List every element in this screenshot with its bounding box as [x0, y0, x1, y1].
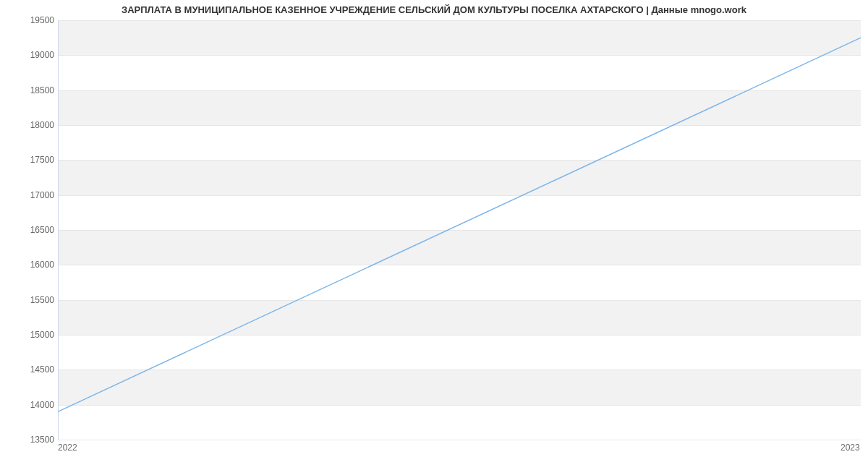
y-tick-label: 14500 — [4, 364, 54, 375]
y-tick-label: 19000 — [4, 50, 54, 60]
y-tick-label: 15500 — [4, 295, 54, 305]
y-tick-label: 14000 — [4, 400, 54, 410]
y-tick-label: 18000 — [4, 120, 54, 130]
x-tick-label: 2023 — [841, 443, 860, 453]
chart-container: ЗАРПЛАТА В МУНИЦИПАЛЬНОЕ КАЗЕННОЕ УЧРЕЖД… — [0, 0, 868, 470]
y-tick-label: 17000 — [4, 190, 54, 200]
y-tick-label: 16000 — [4, 260, 54, 270]
y-tick-label: 13500 — [4, 435, 54, 445]
y-tick-label: 15000 — [4, 330, 54, 340]
y-tick-label: 18500 — [4, 85, 54, 95]
y-tick-label: 19500 — [4, 15, 54, 25]
chart-title: ЗАРПЛАТА В МУНИЦИПАЛЬНОЕ КАЗЕННОЕ УЧРЕЖД… — [0, 4, 868, 15]
x-tick-label: 2022 — [58, 443, 77, 453]
y-tick-label: 17500 — [4, 155, 54, 165]
y-tick-label: 16500 — [4, 225, 54, 235]
gridline — [58, 440, 861, 440]
line-series — [58, 20, 861, 440]
